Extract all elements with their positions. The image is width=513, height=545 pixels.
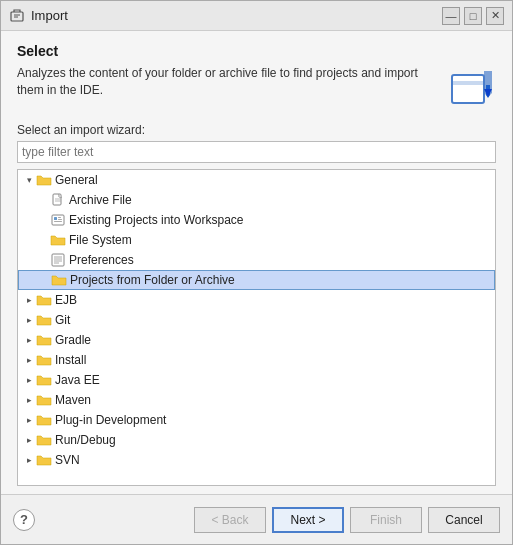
- tree-item-run-debug[interactable]: Run/Debug: [18, 430, 495, 450]
- chevron-run-debug: [22, 433, 36, 447]
- tree-item-label-gradle: Gradle: [55, 333, 91, 347]
- cancel-button[interactable]: Cancel: [428, 507, 500, 533]
- tree-item-label-preferences: Preferences: [69, 253, 134, 267]
- svg-rect-4: [452, 81, 484, 85]
- folder-icon-gradle: [36, 333, 52, 347]
- tree-item-label-java-ee: Java EE: [55, 373, 100, 387]
- folder-icon-svn: [36, 453, 52, 467]
- svg-rect-12: [52, 215, 64, 225]
- tree-item-label-filesystem: File System: [69, 233, 132, 247]
- tree-item-archive-file[interactable]: Archive File: [18, 190, 495, 210]
- svg-rect-15: [58, 219, 62, 220]
- svg-rect-14: [58, 217, 61, 218]
- folder-icon-java-ee: [36, 373, 52, 387]
- svg-rect-17: [52, 254, 64, 266]
- title-bar: Import — □ ✕: [1, 1, 512, 31]
- tree-container[interactable]: General Archive File: [17, 169, 496, 486]
- svg-rect-16: [54, 221, 62, 222]
- tree-item-file-system[interactable]: File System: [18, 230, 495, 250]
- window-title: Import: [31, 8, 68, 23]
- tree-item-label-git: Git: [55, 313, 70, 327]
- tree-item-label-projects-folder: Projects from Folder or Archive: [70, 273, 235, 287]
- bottom-bar: ? < Back Next > Finish Cancel: [1, 494, 512, 544]
- tree-item-ejb[interactable]: EJB: [18, 290, 495, 310]
- projects-icon: [50, 213, 66, 227]
- next-button[interactable]: Next >: [272, 507, 344, 533]
- window-icon: [9, 8, 25, 24]
- svg-rect-13: [54, 217, 57, 220]
- chevron-svn: [22, 453, 36, 467]
- section-title: Select: [17, 43, 496, 59]
- folder-icon-run-debug: [36, 433, 52, 447]
- tree-item-svn[interactable]: SVN: [18, 450, 495, 470]
- svg-rect-3: [452, 75, 484, 103]
- dialog-buttons: < Back Next > Finish Cancel: [194, 507, 500, 533]
- tree-item-label-install: Install: [55, 353, 86, 367]
- tree-item-label-existing: Existing Projects into Workspace: [69, 213, 244, 227]
- section-description: Analyzes the content of your folder or a…: [17, 65, 496, 113]
- chevron-plugin: [22, 413, 36, 427]
- minimize-button[interactable]: —: [442, 7, 460, 25]
- prefs-icon: [50, 253, 66, 267]
- tree-item-java-ee[interactable]: Java EE: [18, 370, 495, 390]
- tree-item-label-svn: SVN: [55, 453, 80, 467]
- dialog-content: Select Analyzes the content of your fold…: [1, 31, 512, 494]
- help-button[interactable]: ?: [13, 509, 35, 531]
- folder-icon-install: [36, 353, 52, 367]
- tree-item-git[interactable]: Git: [18, 310, 495, 330]
- tree-item-maven[interactable]: Maven: [18, 390, 495, 410]
- tree-item-label-ejb: EJB: [55, 293, 77, 307]
- tree-item-label-run-debug: Run/Debug: [55, 433, 116, 447]
- title-controls: — □ ✕: [442, 7, 504, 25]
- folder-icon-filesystem: [50, 233, 66, 247]
- chevron-general: [22, 173, 36, 187]
- tree-item-label-general: General: [55, 173, 98, 187]
- folder-icon-plugin: [36, 413, 52, 427]
- chevron-git: [22, 313, 36, 327]
- tree-item-label-archive: Archive File: [69, 193, 132, 207]
- folder-icon-general: [36, 173, 52, 187]
- tree-item-label-maven: Maven: [55, 393, 91, 407]
- filter-input[interactable]: [17, 141, 496, 163]
- tree-item-preferences[interactable]: Preferences: [18, 250, 495, 270]
- folder-icon-projects-folder: [51, 273, 67, 287]
- description-text: Analyzes the content of your folder or a…: [17, 65, 440, 99]
- maximize-button[interactable]: □: [464, 7, 482, 25]
- tree-item-install[interactable]: Install: [18, 350, 495, 370]
- close-button[interactable]: ✕: [486, 7, 504, 25]
- chevron-ejb: [22, 293, 36, 307]
- tree-item-general[interactable]: General: [18, 170, 495, 190]
- file-icon-archive: [50, 193, 66, 207]
- folder-icon-git: [36, 313, 52, 327]
- tree-item-plugin-dev[interactable]: Plug-in Development: [18, 410, 495, 430]
- tree-item-gradle[interactable]: Gradle: [18, 330, 495, 350]
- folder-icon-ejb: [36, 293, 52, 307]
- chevron-maven: [22, 393, 36, 407]
- folder-icon-maven: [36, 393, 52, 407]
- title-bar-left: Import: [9, 8, 68, 24]
- wizard-label: Select an import wizard:: [17, 123, 496, 137]
- import-icon: [448, 65, 496, 113]
- chevron-java-ee: [22, 373, 36, 387]
- back-button[interactable]: < Back: [194, 507, 266, 533]
- chevron-gradle: [22, 333, 36, 347]
- tree-item-projects-from-folder[interactable]: Projects from Folder or Archive: [18, 270, 495, 290]
- chevron-install: [22, 353, 36, 367]
- tree-item-existing-projects[interactable]: Existing Projects into Workspace: [18, 210, 495, 230]
- tree-item-label-plugin: Plug-in Development: [55, 413, 166, 427]
- finish-button[interactable]: Finish: [350, 507, 422, 533]
- import-dialog: Import — □ ✕ Select Analyzes the content…: [0, 0, 513, 545]
